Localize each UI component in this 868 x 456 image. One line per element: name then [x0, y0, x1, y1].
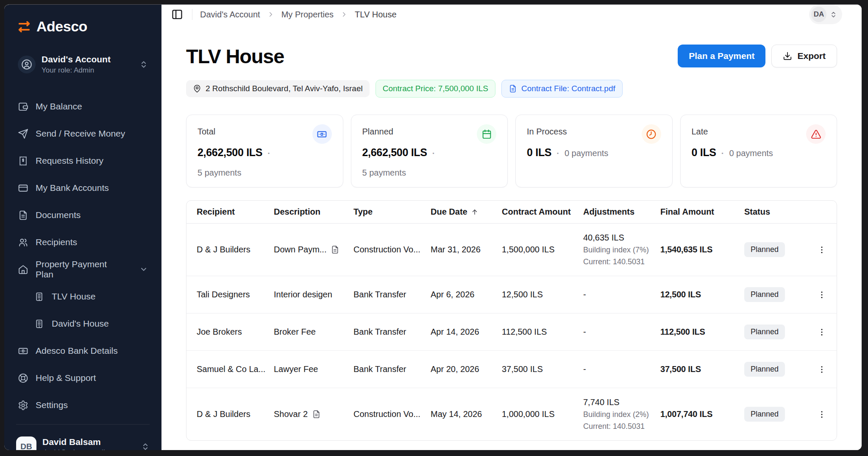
plan-a-payment-button[interactable]: Plan a Payment [678, 45, 765, 67]
cell-due-date: Apr 20, 2026 [428, 353, 499, 385]
document-icon [18, 210, 28, 221]
card-in-process: In Process 0 ILS · 0 payments [515, 115, 673, 187]
row-menu-button[interactable] [815, 243, 829, 257]
cell-final-amount: 12,500 ILS [658, 279, 742, 311]
cell-adjustments: 40,635 ILS Building index (7%) Current: … [581, 224, 658, 276]
col-contract-amount: Contract Amount [499, 207, 581, 217]
sidebar-item-documents[interactable]: Documents [14, 204, 152, 226]
sidebar-item-bank-accounts[interactable]: My Bank Accounts [14, 177, 152, 199]
sidebar-item-label: Property Payment Plan [36, 259, 125, 280]
cell-description: Lawyer Fee [271, 353, 351, 385]
card-amount: 2,662,500 ILS [198, 146, 262, 159]
breadcrumb: David's Account My Properties TLV House [200, 10, 397, 20]
card-payments-count: 5 payments [198, 168, 332, 178]
sidebar-item-label: My Balance [36, 101, 82, 112]
kebab-menu-icon [817, 290, 826, 299]
account-name: David's Account [42, 54, 134, 64]
wallet-icon [18, 101, 28, 112]
sidebar-item-label: Recipients [36, 237, 77, 247]
clock-icon [642, 124, 661, 144]
row-menu-button[interactable] [815, 407, 829, 422]
status-badge: Planned [744, 287, 785, 302]
page-content: TLV House Plan a Payment Export 2 Rothsc… [161, 24, 862, 450]
user-name: David Balsam [42, 437, 135, 447]
credit-card-icon [18, 183, 28, 193]
card-late: Late 0 ILS · 0 payments [680, 115, 837, 187]
cell-final-amount: 1,540,635 ILS [658, 235, 742, 264]
lifebuoy-icon [18, 373, 28, 383]
sidebar-item-requests-history[interactable]: Requests History [14, 150, 152, 171]
cell-final-amount: 37,500 ILS [658, 353, 742, 385]
brand-name: Adesco [36, 18, 87, 35]
gear-icon [18, 400, 28, 411]
user-avatar: DB [16, 436, 36, 450]
home-icon [18, 264, 28, 275]
sidebar-item-property-payment-plan[interactable]: Property Payment Plan [14, 259, 152, 280]
topbar-avatar: DA [811, 7, 826, 22]
sidebar-item-settings[interactable]: Settings [14, 394, 152, 416]
card-amount: 0 ILS [692, 146, 716, 159]
sidebar-item-recipients[interactable]: Recipients [14, 232, 152, 253]
account-role: Your role: Admin [42, 66, 134, 75]
col-due-date-sort[interactable]: Due Date [428, 207, 499, 217]
sidebar-toggle-button[interactable] [170, 7, 184, 22]
breadcrumb-my-properties[interactable]: My Properties [281, 10, 334, 20]
cell-adjustments: - [581, 353, 658, 385]
table-row: Samuel & Co La... Lawyer Fee Bank Transf… [186, 351, 837, 388]
page-actions: Plan a Payment Export [678, 45, 837, 67]
breadcrumb-account[interactable]: David's Account [200, 10, 260, 20]
map-pin-icon [193, 84, 201, 93]
cell-description: Broker Fee [271, 316, 351, 348]
sidebar-item-send-receive[interactable]: Send / Receive Money [14, 123, 152, 144]
chevrons-up-down-icon [830, 11, 837, 18]
cell-contract-amount: 12,500 ILS [499, 279, 581, 311]
col-description: Description [271, 207, 351, 217]
sidebar-item-adesco-bank-details[interactable]: Adesco Bank Details [14, 340, 152, 361]
export-button[interactable]: Export [771, 45, 837, 67]
cell-recipient: Tali Designers [194, 279, 271, 311]
cell-adjustments: - [581, 316, 658, 348]
sidebar-divider [16, 424, 150, 425]
cell-recipient: D & J Builders [194, 400, 271, 428]
account-switcher[interactable]: David's Account Your role: Admin [14, 50, 152, 79]
attachment-file-icon[interactable] [331, 245, 339, 254]
cell-due-date: Apr 14, 2026 [428, 316, 499, 348]
chevrons-up-down-icon [141, 442, 150, 450]
sidebar-item-my-balance[interactable]: My Balance [14, 96, 152, 117]
sidebar-subitem-tlv-house[interactable]: TLV House [14, 286, 152, 307]
cell-due-date: May 14, 2026 [428, 400, 499, 428]
payments-table: Recipient Description Type Due Date Cont… [186, 200, 837, 441]
user-menu[interactable]: DB David Balsam david@adesco.co.il [14, 433, 152, 450]
contract-file-chip[interactable]: Contract File: Contract.pdf [501, 80, 623, 98]
row-menu-button[interactable] [815, 362, 829, 377]
sidebar-item-label: Send / Receive Money [36, 129, 125, 139]
sidebar-item-label: Requests History [36, 156, 103, 166]
sort-arrow-up-icon [471, 208, 479, 216]
kebab-menu-icon [817, 327, 826, 337]
row-menu-button[interactable] [815, 288, 829, 302]
send-icon [18, 129, 28, 139]
attachment-file-icon[interactable] [312, 410, 321, 419]
sidebar-footer: DB David Balsam david@adesco.co.il [14, 416, 152, 450]
card-label: Planned [362, 124, 393, 137]
col-recipient: Recipient [194, 207, 271, 217]
topbar-account-button[interactable]: DA [809, 5, 842, 24]
cell-final-amount: 1,007,740 ILS [658, 400, 742, 428]
chevron-right-icon [340, 11, 348, 18]
account-avatar [18, 56, 36, 73]
col-final-amount: Final Amount [658, 207, 742, 217]
sidebar-item-help-support[interactable]: Help & Support [14, 367, 152, 389]
calendar-icon [477, 124, 496, 144]
cell-type: Construction Vo... [351, 400, 428, 428]
cell-contract-amount: 1,000,000 ILS [499, 400, 581, 428]
alert-triangle-icon [806, 124, 826, 144]
cell-adjustments: 7,740 ILS Building index (2%) Current: 1… [581, 388, 658, 440]
swap-arrows-logo-icon [17, 20, 31, 34]
row-menu-button[interactable] [815, 325, 829, 339]
cell-contract-amount: 37,500 ILS [499, 353, 581, 385]
table-row: Tali Designers Interior desigen Bank Tra… [186, 276, 837, 313]
cell-type: Bank Transfer [351, 316, 428, 348]
cell-contract-amount: 112,500 ILS [499, 316, 581, 348]
col-type: Type [351, 207, 428, 217]
sidebar-subitem-davids-house[interactable]: David's House [14, 313, 152, 334]
